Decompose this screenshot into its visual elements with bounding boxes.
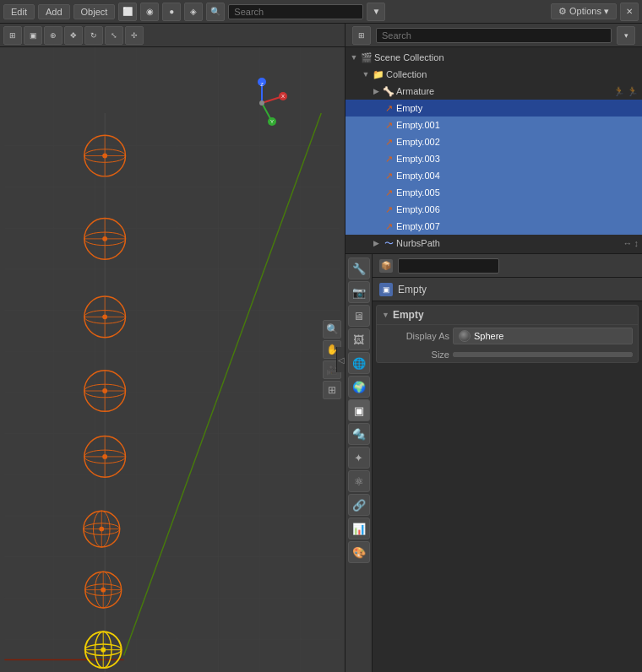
modifier-icon[interactable]: 🔩 [348, 423, 370, 445]
size-row: Size [377, 347, 638, 362]
view-layer-icon[interactable]: 🖼 [348, 328, 370, 350]
outliner-collection[interactable]: ▼ 📁 Collection [345, 66, 642, 83]
rotate-btn[interactable]: ↻ [84, 26, 103, 45]
object-name-label: Empty [398, 284, 427, 295]
collection-arrow: ▼ [361, 70, 371, 79]
properties-sidebar: 🔧 📷 🖥 🖼 🌐 🌍 ▣ 🔩 ✦ ⚛ 🔗 📊 🎨 [345, 254, 373, 672]
outliner-menu-icon[interactable]: ⊞ [352, 26, 371, 45]
collection-icon: 📁 [373, 69, 384, 80]
display-as-label: Display As [382, 331, 449, 341]
viewport[interactable]: ⊞ ▣ ⊕ ✥ ↻ ⤡ ✢ [0, 24, 345, 672]
outliner-empty-007[interactable]: ↗ Empty.007 [345, 218, 642, 235]
outliner-empty-005[interactable]: ↗ Empty.005 [345, 184, 642, 201]
outliner-empty-006[interactable]: ↗ Empty.006 [345, 201, 642, 218]
empty003-icon: ↗ [383, 154, 394, 165]
empty-section-title: Empty [393, 309, 424, 321]
outliner: ⊞ ▾ ▼ 🎬 Scene Collection ▼ 📁 Collection [345, 24, 642, 254]
material-icon[interactable]: 🎨 [348, 541, 370, 563]
output-icon[interactable]: 🖥 [348, 305, 370, 327]
viewport-grid [0, 47, 345, 672]
data-icon[interactable]: 📊 [348, 518, 370, 539]
empty007-label: Empty.007 [396, 221, 639, 231]
outliner-empty-001[interactable]: ↗ Empty.001 [345, 117, 642, 133]
viewport-collapse-arrow[interactable]: ◁ [336, 347, 345, 372]
outliner-search-input[interactable] [376, 28, 612, 43]
viewport-canvas[interactable]: Z X Y 🔍 ✋ 🎥 ⊞ ◁ [0, 47, 345, 672]
tools-icon[interactable]: 🔧 [348, 257, 370, 279]
empty005-label: Empty.005 [396, 187, 639, 198]
outliner-empty-003[interactable]: ↗ Empty.003 [345, 150, 642, 167]
select-mode-btn[interactable]: ▣ [24, 26, 42, 45]
empty-section-header[interactable]: ▼ Empty [377, 306, 638, 325]
zoom-tool-icon[interactable]: 🔍 [323, 320, 341, 339]
main-area: ⊞ ▣ ⊕ ✥ ↻ ⤡ ✢ [0, 24, 642, 672]
empty006-label: Empty.006 [396, 204, 639, 214]
empty004-label: Empty.004 [396, 171, 639, 181]
outliner-filter-icon[interactable]: ▾ [617, 26, 635, 45]
outliner-armature[interactable]: ▶ 🦴 Armature 🏃 🏃 [345, 83, 642, 100]
empty005-icon: ↗ [383, 187, 394, 198]
right-panel: ⊞ ▾ ▼ 🎬 Scene Collection ▼ 📁 Collection [345, 24, 642, 672]
add-menu-btn[interactable]: Add [38, 4, 70, 19]
toolbar-dropdown[interactable]: ▼ [367, 3, 385, 21]
top-search-input[interactable] [228, 4, 363, 19]
empty-label: Empty [396, 103, 639, 113]
properties-search-input[interactable] [398, 258, 499, 274]
object-name-row: ▣ Empty [373, 278, 642, 301]
armature-label: Armature [396, 86, 612, 96]
empty007-icon: ↗ [383, 221, 394, 232]
empty-section-arrow: ▼ [382, 311, 389, 319]
armature-arrow: ▶ [371, 87, 381, 95]
viewport-shading-4[interactable]: ◈ [184, 3, 203, 21]
empty002-label: Empty.002 [396, 137, 639, 147]
constraints-icon[interactable]: 🔗 [348, 494, 370, 516]
scale-btn[interactable]: ⤡ [105, 26, 123, 45]
viewport-shading-2[interactable]: ◉ [140, 3, 159, 21]
options-btn[interactable]: ⚙ Options ▾ [551, 3, 617, 19]
properties-content: 📦 ▣ Empty ▼ Empty [373, 254, 642, 672]
close-icon[interactable]: ✕ [620, 3, 639, 21]
svg-text:X: X [281, 94, 285, 99]
empty-section: ▼ Empty Display As Sphere Size [376, 305, 639, 363]
outliner-nurbs-path[interactable]: ▶ 〜 NurbsPath ↔ ↕ [345, 235, 642, 252]
display-as-value[interactable]: Sphere [453, 328, 633, 344]
display-as-row: Display As Sphere [377, 325, 638, 347]
nurbs-label: NurbsPath [396, 238, 622, 248]
nurbs-arrow: ▶ [371, 239, 381, 247]
outliner-empty-004[interactable]: ↗ Empty.004 [345, 167, 642, 184]
cursor-btn[interactable]: ⊕ [44, 26, 63, 45]
svg-point-75 [259, 100, 264, 106]
outliner-empty-selected[interactable]: ↗ Empty [345, 100, 642, 117]
viewport-shading-1[interactable]: ⬜ [118, 3, 137, 21]
outliner-header: ⊞ ▾ [345, 24, 642, 47]
viewport-shading-5[interactable]: 🔍 [206, 3, 225, 21]
physics-icon[interactable]: ⚛ [348, 470, 370, 492]
properties-header-bar: 📦 [373, 254, 642, 278]
viewport-menu-btn[interactable]: ⊞ [3, 26, 22, 45]
outliner-empty-002[interactable]: ↗ Empty.002 [345, 133, 642, 150]
top-toolbar: Edit Add Object ⬜ ◉ ● ◈ 🔍 ▼ ⚙ Options ▾ … [0, 0, 642, 24]
world-icon[interactable]: 🌍 [348, 376, 370, 398]
object-props-icon[interactable]: ▣ [348, 399, 370, 421]
particles-icon[interactable]: ✦ [348, 447, 370, 469]
move-btn[interactable]: ✥ [64, 26, 83, 45]
scene-collection-arrow: ▼ [349, 53, 359, 62]
edit-menu-btn[interactable]: Edit [3, 4, 35, 19]
size-value[interactable] [453, 352, 633, 357]
object-type-icon: ▣ [379, 283, 393, 296]
outliner-scene-collection[interactable]: ▼ 🎬 Scene Collection [345, 49, 642, 66]
viewport-shading-3[interactable]: ● [162, 3, 181, 21]
scene-icon[interactable]: 🌐 [348, 352, 370, 374]
render-icon[interactable]: 📷 [348, 281, 370, 303]
scene-collection-icon: 🎬 [361, 52, 373, 63]
size-label: Size [382, 350, 449, 360]
svg-line-20 [124, 113, 322, 656]
display-as-text: Sphere [474, 331, 503, 341]
armature-action-1: 🏃 [613, 86, 625, 97]
quad-view-icon[interactable]: ⊞ [323, 381, 341, 399]
scene-collection-label: Scene Collection [374, 52, 639, 62]
axis-widget: Z X Y [237, 78, 287, 128]
object-menu-btn[interactable]: Object [73, 4, 116, 19]
viewport-toolbar: ⊞ ▣ ⊕ ✥ ↻ ⤡ ✢ [0, 24, 345, 47]
transform-btn[interactable]: ✢ [125, 26, 144, 45]
